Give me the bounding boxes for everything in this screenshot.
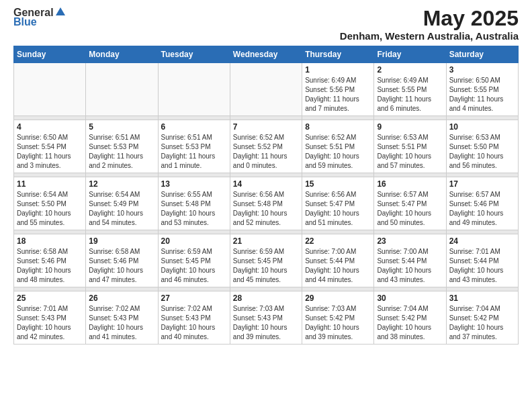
- day-number: 21: [233, 236, 299, 246]
- location-title: Denham, Western Australia, Australia: [340, 30, 519, 42]
- day-info: Sunrise: 6:57 AM Sunset: 5:47 PM Dayligh…: [377, 190, 443, 228]
- calendar-cell: 4Sunrise: 6:50 AM Sunset: 5:54 PM Daylig…: [14, 120, 86, 173]
- day-info: Sunrise: 6:55 AM Sunset: 5:48 PM Dayligh…: [161, 190, 227, 228]
- day-info: Sunrise: 7:02 AM Sunset: 5:43 PM Dayligh…: [89, 304, 154, 342]
- calendar-week-3: 11Sunrise: 6:54 AM Sunset: 5:50 PM Dayli…: [14, 177, 519, 230]
- day-info: Sunrise: 7:01 AM Sunset: 5:44 PM Dayligh…: [449, 247, 515, 285]
- day-number: 26: [89, 293, 154, 303]
- day-number: 10: [449, 122, 515, 132]
- calendar-cell: [230, 63, 302, 116]
- calendar-cell: 11Sunrise: 6:54 AM Sunset: 5:50 PM Dayli…: [14, 177, 86, 230]
- day-info: Sunrise: 6:58 AM Sunset: 5:46 PM Dayligh…: [17, 247, 83, 285]
- day-info: Sunrise: 6:56 AM Sunset: 5:48 PM Dayligh…: [233, 190, 299, 228]
- month-title: May 2025: [340, 7, 519, 30]
- day-number: 15: [305, 179, 371, 189]
- day-number: 4: [17, 122, 83, 132]
- day-number: 20: [161, 236, 227, 246]
- day-number: 2: [377, 65, 443, 75]
- calendar-cell: 12Sunrise: 6:54 AM Sunset: 5:49 PM Dayli…: [86, 177, 158, 230]
- day-info: Sunrise: 6:53 AM Sunset: 5:51 PM Dayligh…: [377, 133, 443, 171]
- logo-blue: Blue: [13, 16, 37, 28]
- day-info: Sunrise: 6:49 AM Sunset: 5:55 PM Dayligh…: [377, 76, 443, 113]
- day-number: 5: [89, 122, 154, 132]
- weekday-header-friday: Friday: [374, 46, 446, 63]
- day-number: 12: [89, 179, 154, 189]
- calendar-cell: 21Sunrise: 6:59 AM Sunset: 5:45 PM Dayli…: [230, 234, 302, 287]
- day-number: 16: [377, 179, 443, 189]
- calendar-week-1: 1Sunrise: 6:49 AM Sunset: 5:56 PM Daylig…: [14, 63, 519, 116]
- day-number: 27: [161, 293, 227, 303]
- calendar-cell: 1Sunrise: 6:49 AM Sunset: 5:56 PM Daylig…: [302, 63, 374, 116]
- day-number: 14: [233, 179, 299, 189]
- day-number: 8: [305, 122, 371, 132]
- calendar-cell: 13Sunrise: 6:55 AM Sunset: 5:48 PM Dayli…: [158, 177, 230, 230]
- day-info: Sunrise: 7:02 AM Sunset: 5:43 PM Dayligh…: [161, 304, 227, 342]
- calendar-cell: 8Sunrise: 6:52 AM Sunset: 5:51 PM Daylig…: [302, 120, 374, 173]
- calendar-cell: 23Sunrise: 7:00 AM Sunset: 5:44 PM Dayli…: [374, 234, 446, 287]
- calendar-cell: 28Sunrise: 7:03 AM Sunset: 5:43 PM Dayli…: [230, 291, 302, 345]
- weekday-header-row: SundayMondayTuesdayWednesdayThursdayFrid…: [14, 46, 519, 63]
- day-info: Sunrise: 7:03 AM Sunset: 5:42 PM Dayligh…: [305, 304, 371, 342]
- page-header: General Blue May 2025 Denham, Western Au…: [13, 7, 519, 42]
- calendar-cell: [14, 63, 86, 116]
- calendar-cell: 18Sunrise: 6:58 AM Sunset: 5:46 PM Dayli…: [14, 234, 86, 287]
- day-info: Sunrise: 6:52 AM Sunset: 5:51 PM Dayligh…: [305, 133, 371, 171]
- day-info: Sunrise: 7:01 AM Sunset: 5:43 PM Dayligh…: [17, 304, 83, 342]
- weekday-header-tuesday: Tuesday: [158, 46, 230, 63]
- day-number: 3: [449, 65, 515, 75]
- weekday-header-saturday: Saturday: [446, 46, 518, 63]
- calendar-page: General Blue May 2025 Denham, Western Au…: [0, 0, 532, 411]
- day-info: Sunrise: 6:58 AM Sunset: 5:46 PM Dayligh…: [89, 247, 154, 285]
- weekday-header-monday: Monday: [86, 46, 158, 63]
- day-info: Sunrise: 7:00 AM Sunset: 5:44 PM Dayligh…: [377, 247, 443, 285]
- day-info: Sunrise: 6:57 AM Sunset: 5:46 PM Dayligh…: [449, 190, 515, 228]
- logo-icon: [54, 6, 66, 18]
- calendar-cell: 9Sunrise: 6:53 AM Sunset: 5:51 PM Daylig…: [374, 120, 446, 173]
- day-number: 1: [305, 65, 371, 75]
- logo: General Blue: [13, 7, 66, 28]
- calendar-cell: 16Sunrise: 6:57 AM Sunset: 5:47 PM Dayli…: [374, 177, 446, 230]
- day-info: Sunrise: 7:04 AM Sunset: 5:42 PM Dayligh…: [449, 304, 515, 342]
- calendar-cell: 7Sunrise: 6:52 AM Sunset: 5:52 PM Daylig…: [230, 120, 302, 173]
- calendar-cell: 20Sunrise: 6:59 AM Sunset: 5:45 PM Dayli…: [158, 234, 230, 287]
- calendar-cell: 24Sunrise: 7:01 AM Sunset: 5:44 PM Dayli…: [446, 234, 518, 287]
- weekday-header-sunday: Sunday: [14, 46, 86, 63]
- day-info: Sunrise: 6:53 AM Sunset: 5:50 PM Dayligh…: [449, 133, 515, 171]
- day-info: Sunrise: 6:51 AM Sunset: 5:53 PM Dayligh…: [89, 133, 154, 171]
- calendar-cell: 27Sunrise: 7:02 AM Sunset: 5:43 PM Dayli…: [158, 291, 230, 345]
- weekday-header-wednesday: Wednesday: [230, 46, 302, 63]
- day-number: 13: [161, 179, 227, 189]
- svg-marker-0: [56, 7, 65, 15]
- day-info: Sunrise: 6:59 AM Sunset: 5:45 PM Dayligh…: [161, 247, 227, 285]
- calendar-cell: 2Sunrise: 6:49 AM Sunset: 5:55 PM Daylig…: [374, 63, 446, 116]
- calendar-week-5: 25Sunrise: 7:01 AM Sunset: 5:43 PM Dayli…: [14, 291, 519, 345]
- calendar-cell: 26Sunrise: 7:02 AM Sunset: 5:43 PM Dayli…: [86, 291, 158, 345]
- day-number: 19: [89, 236, 154, 246]
- day-info: Sunrise: 6:54 AM Sunset: 5:49 PM Dayligh…: [89, 190, 154, 228]
- calendar-cell: 10Sunrise: 6:53 AM Sunset: 5:50 PM Dayli…: [446, 120, 518, 173]
- calendar-cell: 22Sunrise: 7:00 AM Sunset: 5:44 PM Dayli…: [302, 234, 374, 287]
- calendar-table: SundayMondayTuesdayWednesdayThursdayFrid…: [13, 46, 519, 345]
- day-number: 31: [449, 293, 515, 303]
- calendar-cell: 25Sunrise: 7:01 AM Sunset: 5:43 PM Dayli…: [14, 291, 86, 345]
- day-number: 17: [449, 179, 515, 189]
- day-info: Sunrise: 6:56 AM Sunset: 5:47 PM Dayligh…: [305, 190, 371, 228]
- calendar-cell: 6Sunrise: 6:51 AM Sunset: 5:53 PM Daylig…: [158, 120, 230, 173]
- day-info: Sunrise: 7:04 AM Sunset: 5:42 PM Dayligh…: [377, 304, 443, 342]
- calendar-cell: 31Sunrise: 7:04 AM Sunset: 5:42 PM Dayli…: [446, 291, 518, 345]
- calendar-cell: 30Sunrise: 7:04 AM Sunset: 5:42 PM Dayli…: [374, 291, 446, 345]
- day-info: Sunrise: 6:50 AM Sunset: 5:54 PM Dayligh…: [17, 133, 83, 171]
- day-number: 28: [233, 293, 299, 303]
- day-number: 11: [17, 179, 83, 189]
- title-section: May 2025 Denham, Western Australia, Aust…: [340, 7, 519, 42]
- day-info: Sunrise: 7:03 AM Sunset: 5:43 PM Dayligh…: [233, 304, 299, 342]
- calendar-cell: 5Sunrise: 6:51 AM Sunset: 5:53 PM Daylig…: [86, 120, 158, 173]
- calendar-cell: [86, 63, 158, 116]
- day-number: 7: [233, 122, 299, 132]
- day-info: Sunrise: 6:59 AM Sunset: 5:45 PM Dayligh…: [233, 247, 299, 285]
- calendar-cell: 3Sunrise: 6:50 AM Sunset: 5:55 PM Daylig…: [446, 63, 518, 116]
- day-number: 30: [377, 293, 443, 303]
- calendar-week-4: 18Sunrise: 6:58 AM Sunset: 5:46 PM Dayli…: [14, 234, 519, 287]
- day-info: Sunrise: 7:00 AM Sunset: 5:44 PM Dayligh…: [305, 247, 371, 285]
- day-number: 25: [17, 293, 83, 303]
